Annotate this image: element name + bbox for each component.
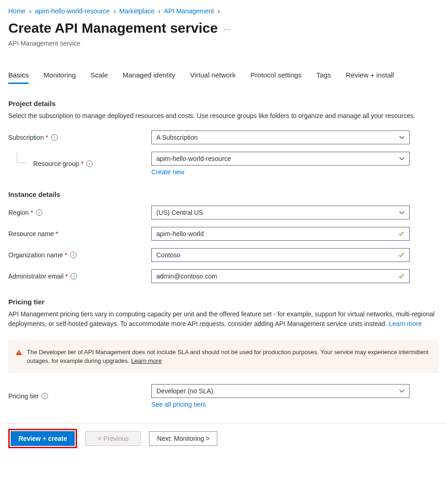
chevron-down-icon (399, 388, 405, 394)
chevron-down-icon (399, 135, 405, 140)
checkmark-icon (398, 252, 405, 258)
tab-managed-identity[interactable]: Managed identity (123, 67, 175, 84)
breadcrumb-home[interactable]: Home (8, 7, 25, 15)
pricing-tier-label: Pricing tier i (8, 392, 151, 400)
pricing-tier-select[interactable]: Developer (no SLA) (151, 384, 410, 398)
footer-bar: Review + create < Previous Next: Monitor… (0, 423, 447, 454)
svg-rect-0 (18, 351, 19, 353)
highlight-box: Review + create (8, 429, 77, 448)
required-icon: * (65, 251, 67, 259)
subscription-label: Subscription * i (8, 134, 151, 141)
checkmark-icon (398, 231, 405, 237)
next-button[interactable]: Next: Monitoring > (149, 431, 217, 446)
resource-name-value: apim-hello-world (156, 230, 204, 237)
chevron-down-icon (399, 156, 405, 161)
org-name-label: Organization name * i (8, 251, 151, 259)
breadcrumb-item[interactable]: apim-hello-world-resource (35, 7, 110, 15)
chevron-right-icon: › (113, 7, 116, 15)
resource-name-label: Resource name * (8, 230, 151, 237)
pricing-tier-heading: Pricing tier (8, 298, 439, 306)
tabs: Basics Monitoring Scale Managed identity… (0, 67, 447, 84)
breadcrumb: Home › apim-hello-world-resource › Marke… (0, 0, 447, 18)
info-icon[interactable]: i (71, 273, 77, 279)
breadcrumb-item[interactable]: Marketplace (119, 7, 155, 15)
chevron-right-icon: › (29, 7, 31, 15)
chevron-right-icon: › (218, 7, 220, 15)
required-icon: * (66, 273, 68, 280)
see-all-pricing-link[interactable]: See all pricing tiers (151, 401, 206, 408)
warning-box: The Developer tier of API Management doe… (8, 340, 439, 373)
page-title: Create API Management service (8, 20, 218, 36)
project-details-heading: Project details (8, 100, 439, 107)
tab-monitoring[interactable]: Monitoring (43, 67, 76, 84)
region-value: (US) Central US (156, 209, 203, 216)
required-icon: * (81, 160, 83, 167)
region-select[interactable]: (US) Central US (151, 206, 410, 219)
tree-elbow-icon (17, 152, 27, 167)
more-menu-icon[interactable]: ⋯ (223, 25, 231, 34)
page-subtitle: API Management service (0, 40, 447, 58)
required-icon: * (56, 230, 58, 237)
tab-tags[interactable]: Tags (316, 67, 331, 84)
required-icon: * (46, 134, 48, 141)
pricing-tier-desc: API Management pricing tiers vary in com… (8, 309, 439, 328)
resource-group-label: Resource group * i (8, 160, 151, 167)
warning-icon (16, 349, 22, 366)
pricing-tier-value: Developer (no SLA) (156, 387, 213, 395)
previous-button: < Previous (85, 431, 141, 446)
tab-protocol-settings[interactable]: Protocol settings (250, 67, 302, 84)
subscription-value: A Subscription (156, 134, 198, 141)
info-icon[interactable]: i (70, 252, 77, 258)
tab-virtual-network[interactable]: Virtual network (190, 67, 236, 84)
instance-details-heading: Instance details (8, 190, 439, 198)
info-icon[interactable]: i (42, 393, 48, 399)
checkmark-icon (398, 273, 405, 279)
info-icon[interactable]: i (86, 160, 93, 167)
svg-rect-1 (18, 354, 19, 354)
learn-more-link[interactable]: Learn more (389, 320, 422, 327)
create-new-link[interactable]: Create new (151, 168, 185, 176)
page-header: Create API Management service ⋯ (0, 18, 447, 40)
org-name-value: Contoso (156, 251, 180, 259)
resource-group-value: apim-hello-world-resource (156, 155, 231, 162)
tab-scale[interactable]: Scale (90, 67, 108, 84)
review-create-button[interactable]: Review + create (11, 431, 75, 446)
info-icon[interactable]: i (36, 209, 42, 216)
project-details-desc: Select the subscription to manage deploy… (8, 111, 439, 120)
chevron-down-icon (399, 210, 405, 215)
info-icon[interactable]: i (51, 134, 58, 141)
tab-basics[interactable]: Basics (8, 67, 29, 84)
chevron-right-icon: › (158, 7, 161, 15)
subscription-select[interactable]: A Subscription (151, 130, 410, 144)
region-label: Region * i (8, 209, 151, 216)
resource-name-input[interactable]: apim-hello-world (151, 227, 410, 241)
admin-email-label: Administrator email * i (8, 273, 151, 280)
breadcrumb-item[interactable]: API Management (164, 7, 214, 15)
warning-learn-more-link[interactable]: Learn more (131, 357, 161, 364)
warning-text: The Developer tier of API Management doe… (27, 348, 431, 366)
tab-review-install[interactable]: Review + install (346, 67, 394, 84)
admin-email-value: admin@contoso.com (156, 273, 217, 280)
resource-group-select[interactable]: apim-hello-world-resource (151, 152, 410, 166)
main-form: Project details Select the subscription … (0, 93, 447, 418)
org-name-input[interactable]: Contoso (151, 248, 410, 262)
admin-email-input[interactable]: admin@contoso.com (151, 269, 410, 283)
required-icon: * (30, 209, 33, 216)
